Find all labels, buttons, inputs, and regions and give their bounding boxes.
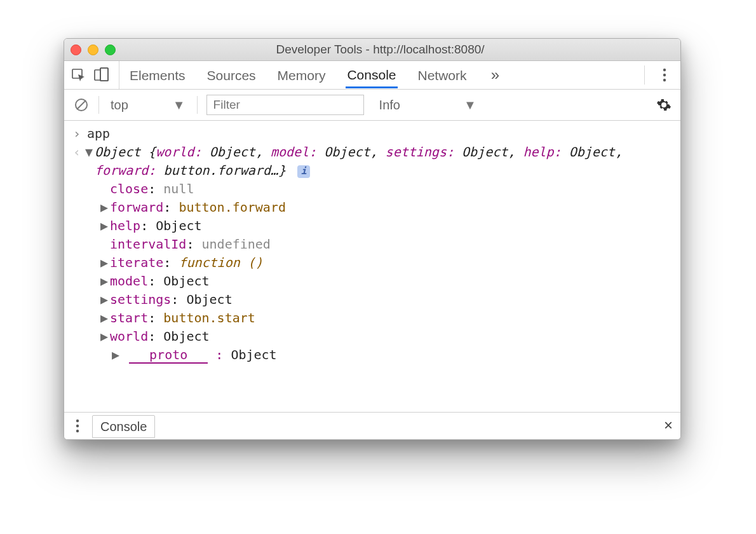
disclosure-triangle-icon[interactable]: ▼	[83, 143, 95, 161]
console-output-row: ‹ ▼ Object {world: Object, model: Object…	[71, 143, 674, 180]
close-window-button[interactable]	[71, 44, 81, 55]
disclosure-triangle-icon[interactable]: ▶	[98, 217, 110, 235]
object-property-row[interactable]: intervalId: undefined	[71, 235, 674, 254]
tab-sources[interactable]: Sources	[206, 63, 257, 87]
chevron-down-icon: ▼	[464, 98, 476, 113]
log-level-selector[interactable]: Info ▼	[379, 98, 476, 113]
log-level-label: Info	[379, 98, 400, 113]
object-properties: close: null▶forward: button.forward▶help…	[71, 180, 674, 346]
svg-point-5	[663, 74, 666, 76]
console-input-row: › app	[71, 125, 674, 143]
svg-line-8	[77, 100, 86, 109]
chevron-down-icon: ▼	[173, 98, 186, 113]
drawer-close-icon[interactable]: ×	[664, 416, 673, 434]
console-output: › app ‹ ▼ Object {world: Object, model: …	[64, 121, 680, 412]
object-property-row[interactable]: ▶world: Object	[71, 327, 674, 346]
drawer-menu-icon[interactable]	[72, 416, 83, 435]
disclosure-triangle-icon	[98, 235, 110, 254]
settings-gear-icon[interactable]	[656, 97, 672, 113]
filter-input[interactable]	[212, 97, 358, 113]
tab-console[interactable]: Console	[346, 62, 397, 88]
drawer-tab-console[interactable]: Console	[92, 415, 155, 438]
object-property-row[interactable]: ▶settings: Object	[71, 291, 674, 309]
svg-point-6	[663, 79, 666, 81]
object-property-row[interactable]: ▶iterate: function ()	[71, 254, 674, 272]
clear-console-icon[interactable]	[73, 97, 90, 113]
disclosure-triangle-icon[interactable]: ▶	[98, 309, 110, 327]
drawer: Console ×	[64, 412, 680, 439]
object-property-row[interactable]: ▶start: button.start	[71, 309, 674, 327]
tab-memory[interactable]: Memory	[276, 63, 327, 87]
disclosure-triangle-icon[interactable]: ▶	[98, 272, 110, 291]
more-tabs-icon[interactable]: »	[487, 67, 504, 83]
disclosure-triangle-icon[interactable]: ▶	[98, 291, 110, 309]
info-icon[interactable]: i	[297, 165, 310, 178]
disclosure-triangle-icon	[98, 180, 110, 198]
object-property-row[interactable]: ▶model: Object	[71, 272, 674, 291]
prompt-icon: ›	[71, 125, 83, 143]
object-summary[interactable]: Object {world: Object, model: Object, se…	[95, 143, 674, 180]
tab-elements[interactable]: Elements	[128, 63, 187, 87]
console-input-text: app	[87, 125, 110, 143]
disclosure-triangle-icon[interactable]: ▶	[98, 198, 110, 217]
svg-point-9	[76, 420, 79, 422]
svg-point-10	[76, 425, 79, 427]
inspect-element-icon[interactable]	[71, 67, 87, 83]
svg-point-11	[76, 430, 79, 432]
disclosure-triangle-icon[interactable]: ▶	[98, 254, 110, 272]
svg-rect-2	[100, 68, 108, 81]
context-label: top	[111, 98, 128, 113]
tab-network[interactable]: Network	[417, 63, 468, 87]
filter-input-wrapper[interactable]	[206, 95, 364, 115]
kebab-menu-icon[interactable]	[644, 65, 674, 85]
context-selector[interactable]: top ▼	[108, 98, 188, 113]
devtools-tabbar: Elements Sources Memory Console Network …	[64, 61, 680, 90]
disclosure-triangle-icon[interactable]: ▶	[98, 327, 110, 346]
window-title: Developer Tools - http://localhost:8080/	[86, 43, 674, 57]
window-titlebar: Developer Tools - http://localhost:8080/	[64, 39, 680, 61]
svg-point-4	[663, 69, 666, 71]
result-icon: ‹	[71, 143, 83, 161]
object-property-row[interactable]: close: null	[71, 180, 674, 198]
object-property-row[interactable]: ▶forward: button.forward	[71, 198, 674, 217]
object-property-row[interactable]: ▶help: Object	[71, 217, 674, 235]
disclosure-triangle-icon[interactable]: ▶	[110, 346, 121, 364]
proto-row[interactable]: ▶ proto : Object	[71, 346, 674, 364]
console-toolbar: top ▼ Info ▼	[64, 90, 680, 121]
device-toolbar-icon[interactable]	[93, 67, 110, 83]
devtools-window: Developer Tools - http://localhost:8080/…	[64, 38, 681, 440]
